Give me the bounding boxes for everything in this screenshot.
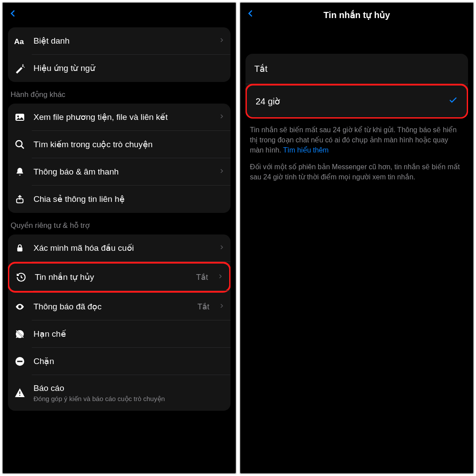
chevron-right-icon: [219, 243, 224, 253]
description-1-text: Tin nhắn sẽ biến mất sau 24 giờ kể từ kh…: [250, 126, 457, 154]
privacy-support-group: Xác minh mã hóa đầu cuối Tin nhắn tự hủy…: [8, 234, 231, 411]
disappearing-messages-row[interactable]: Tin nhắn tự hủy Tắt: [8, 262, 231, 293]
search-conversation-row[interactable]: Tìm kiếm trong cuộc trò chuyện: [8, 131, 231, 158]
disappearing-messages-screen: Tin nhắn tự hủy Tắt 24 giờ Tin nhắn sẽ b…: [239, 2, 474, 474]
report-sublabel: Đóng góp ý kiến và báo cáo cuộc trò chuy…: [33, 395, 224, 403]
word-effects-row[interactable]: Hiệu ứng từ ngữ: [8, 55, 231, 82]
disappearing-messages-label: Tin nhắn tự hủy: [35, 272, 188, 283]
share-contact-row[interactable]: Chia sẻ thông tin liên hệ: [8, 186, 231, 213]
report-row[interactable]: Báo cáo Đóng góp ý kiến và báo cáo cuộc …: [8, 375, 231, 411]
magic-wand-icon: [14, 63, 26, 74]
svg-rect-6: [17, 247, 22, 251]
option-24h-label: 24 giờ: [256, 96, 280, 107]
chevron-right-icon: [219, 112, 224, 123]
minus-circle-icon: [14, 356, 26, 367]
option-off-label: Tắt: [254, 63, 268, 74]
back-button[interactable]: [246, 7, 255, 23]
other-actions-title: Hành động khác: [8, 90, 231, 104]
read-receipts-label: Thông báo đã đọc: [33, 301, 190, 312]
svg-line-4: [21, 146, 24, 149]
eye-icon: [14, 301, 26, 312]
share-contact-label: Chia sẻ thông tin liên hệ: [33, 194, 224, 205]
share-icon: [14, 193, 26, 205]
image-icon: [14, 112, 26, 123]
media-files-label: Xem file phương tiện, file và liên kết: [33, 112, 211, 123]
text-aa-icon: Aa: [14, 35, 26, 47]
svg-rect-11: [17, 361, 22, 362]
bell-icon: [14, 166, 26, 178]
nickname-label: Biệt danh: [33, 36, 211, 47]
word-effects-label: Hiệu ứng từ ngữ: [33, 63, 224, 74]
svg-point-2: [17, 115, 19, 117]
verify-encryption-label: Xác minh mã hóa đầu cuối: [33, 243, 211, 254]
description-1: Tin nhắn sẽ biến mất sau 24 giờ kể từ kh…: [245, 119, 468, 156]
svg-point-3: [16, 141, 22, 147]
restrict-row[interactable]: Hạn chế: [8, 320, 231, 348]
disappearing-messages-value: Tắt: [196, 272, 208, 282]
option-off[interactable]: Tắt: [245, 54, 468, 84]
media-files-row[interactable]: Xem file phương tiện, file và liên kết: [8, 104, 231, 131]
chevron-right-icon: [218, 272, 223, 283]
verify-encryption-row[interactable]: Xác minh mã hóa đầu cuối: [8, 234, 231, 262]
check-icon: [448, 95, 458, 108]
settings-screen: Aa Biệt danh Hiệu ứng từ ngữ Hành động k…: [2, 2, 237, 474]
search-icon: [14, 139, 26, 150]
back-button[interactable]: [9, 7, 18, 23]
svg-point-7: [19, 306, 21, 308]
description-2: Đối với một số phiên bản Messenger cũ hơ…: [245, 156, 468, 182]
notifications-sounds-row[interactable]: Thông báo & âm thanh: [8, 158, 231, 186]
history-icon: [15, 271, 27, 283]
report-label: Báo cáo: [33, 383, 224, 394]
lock-icon: [14, 242, 26, 254]
block-row[interactable]: Chặn: [8, 348, 231, 375]
topbar: [3, 3, 236, 27]
chevron-right-icon: [219, 167, 224, 177]
privacy-support-title: Quyền riêng tư & hỗ trợ: [8, 221, 231, 234]
warning-icon: [14, 387, 26, 398]
topbar: Tin nhắn tự hủy: [240, 3, 473, 27]
notifications-sounds-label: Thông báo & âm thanh: [33, 167, 211, 178]
restrict-label: Hạn chế: [33, 329, 224, 340]
chat-off-icon: [14, 328, 26, 340]
screen-title: Tin nhắn tự hủy: [324, 10, 390, 20]
chevron-right-icon: [219, 36, 224, 46]
customization-group: Aa Biệt danh Hiệu ứng từ ngữ: [8, 27, 231, 82]
option-24h[interactable]: 24 giờ: [245, 84, 468, 119]
block-label: Chặn: [33, 356, 224, 367]
svg-text:Aa: Aa: [14, 37, 24, 46]
search-conversation-label: Tìm kiếm trong cuộc trò chuyện: [33, 139, 224, 150]
read-receipts-value: Tắt: [197, 302, 209, 312]
nickname-row[interactable]: Aa Biệt danh: [8, 27, 231, 55]
other-actions-group: Xem file phương tiện, file và liên kết T…: [8, 104, 231, 213]
learn-more-link[interactable]: Tìm hiểu thêm: [283, 146, 328, 154]
duration-options-group: Tắt 24 giờ: [245, 54, 468, 119]
chevron-right-icon: [219, 302, 224, 312]
read-receipts-row[interactable]: Thông báo đã đọc Tắt: [8, 293, 231, 320]
